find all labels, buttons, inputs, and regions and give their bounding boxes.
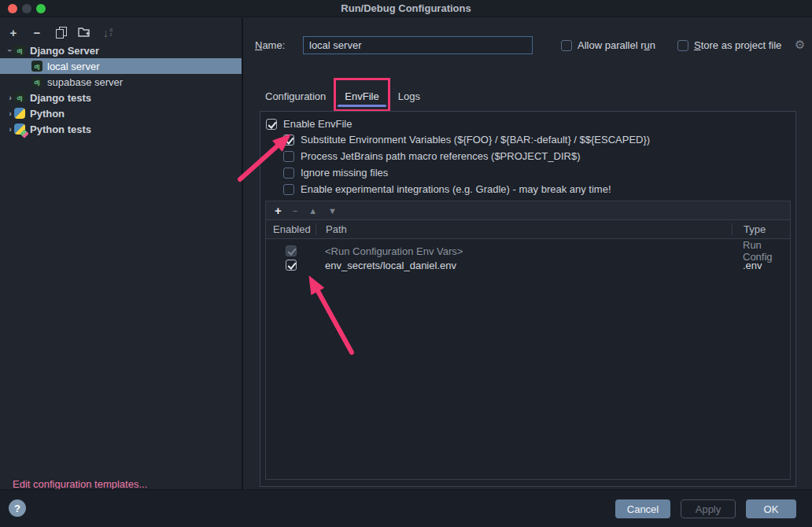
allow-parallel-run-label: Allow parallel run xyxy=(578,39,655,51)
tree-item-python-tests[interactable]: › Python tests xyxy=(0,121,242,137)
substitute-env-vars-checkbox[interactable] xyxy=(283,135,294,146)
django-icon: dj xyxy=(14,45,25,56)
tree-item-python[interactable]: › Python xyxy=(0,105,242,121)
django-tests-icon: dj xyxy=(14,92,25,103)
apply-button: Apply xyxy=(681,499,736,518)
checkbox-label: Enable EnvFile xyxy=(283,118,352,130)
env-files-table-toolbar: + − ▲ ▼ xyxy=(266,201,790,220)
copy-configuration-icon[interactable] xyxy=(54,25,68,39)
edit-configuration-templates-link[interactable]: Edit configuration templates... xyxy=(13,478,147,490)
ignore-missing-files-checkbox[interactable] xyxy=(283,168,294,179)
tree-item-label: Python tests xyxy=(30,123,91,135)
table-header: Enabled Path Type xyxy=(266,220,790,239)
tab-label: EnvFile xyxy=(345,90,378,102)
active-tab-underline xyxy=(338,105,386,107)
tree-item-django-tests[interactable]: › dj Django tests xyxy=(0,90,242,105)
enable-envfile-option[interactable]: Enable EnvFile xyxy=(266,118,352,130)
store-as-project-file-label: Store as project file xyxy=(694,39,781,51)
column-header-enabled[interactable]: Enabled xyxy=(266,223,316,235)
checkbox-label: Enable experimental integrations (e.g. G… xyxy=(301,183,611,195)
add-configuration-icon[interactable]: + xyxy=(6,25,20,39)
checkbox-label: Process JetBrains path macro references … xyxy=(301,150,580,162)
name-label: Name: xyxy=(255,39,285,51)
tree-item-local-server[interactable]: dj local server xyxy=(0,58,242,74)
configurations-sidebar: + − ↓ az › dj Django Server dj local ser… xyxy=(0,18,242,489)
env-files-table: + − ▲ ▼ Enabled Path Type <Run Configura… xyxy=(265,201,791,480)
row-path: env_secrets/local_daniel.env xyxy=(316,260,732,271)
django-icon: dj xyxy=(31,76,42,87)
gear-icon[interactable]: ⚙ xyxy=(795,38,805,52)
enable-envfile-checkbox[interactable] xyxy=(266,119,277,130)
dialog-footer: ? Cancel Apply OK xyxy=(0,489,812,527)
store-as-project-file-checkbox[interactable] xyxy=(677,40,688,51)
column-header-type[interactable]: Type xyxy=(732,223,790,235)
new-folder-icon[interactable] xyxy=(77,25,91,39)
tab-bar: Configuration EnvFile Logs xyxy=(256,81,430,111)
tree-item-supabase-server[interactable]: dj supabase server xyxy=(0,74,242,90)
tab-envfile[interactable]: EnvFile xyxy=(335,81,388,111)
window-title: Run/Debug Configurations xyxy=(0,2,812,14)
process-path-macro-option[interactable]: Process JetBrains path macro references … xyxy=(283,150,580,162)
chevron-right-icon[interactable]: › xyxy=(6,109,14,118)
add-env-file-icon[interactable]: + xyxy=(275,204,282,217)
tree-item-label: Django Server xyxy=(30,45,99,57)
row-enabled-checkbox xyxy=(286,245,297,256)
allow-parallel-run-checkbox[interactable] xyxy=(561,40,572,51)
tab-logs[interactable]: Logs xyxy=(389,81,430,111)
tab-label: Configuration xyxy=(265,90,326,102)
column-header-path[interactable]: Path xyxy=(316,223,732,235)
tree-item-label: Python xyxy=(30,108,65,120)
chevron-right-icon[interactable]: › xyxy=(6,124,14,134)
remove-env-file-icon[interactable]: − xyxy=(293,206,297,216)
row-enabled-checkbox[interactable] xyxy=(286,260,297,271)
checkbox-label: Ignore missing files xyxy=(301,167,388,179)
title-bar: Run/Debug Configurations xyxy=(0,0,812,17)
sort-configurations-icon[interactable]: ↓ az xyxy=(101,25,115,39)
tab-configuration[interactable]: Configuration xyxy=(256,81,335,111)
allow-parallel-run-option[interactable]: Allow parallel run xyxy=(561,39,655,51)
store-as-project-file-option[interactable]: Store as project file xyxy=(677,39,781,51)
django-icon: dj xyxy=(31,61,42,72)
substitute-env-vars-option[interactable]: Substitute Environment Variables (${FOO}… xyxy=(283,134,650,146)
process-path-macro-checkbox[interactable] xyxy=(283,151,294,162)
row-type: .env xyxy=(732,260,790,271)
tree-item-django-server[interactable]: › dj Django Server xyxy=(0,42,242,58)
python-tests-icon xyxy=(14,123,25,135)
checkbox-label: Substitute Environment Variables (${FOO}… xyxy=(301,134,650,146)
ignore-missing-files-option[interactable]: Ignore missing files xyxy=(283,167,388,179)
python-icon xyxy=(14,108,25,119)
cancel-button[interactable]: Cancel xyxy=(615,499,670,518)
experimental-integrations-checkbox[interactable] xyxy=(283,184,294,195)
tree-item-label: local server xyxy=(47,61,99,72)
remove-configuration-icon[interactable]: − xyxy=(30,25,44,39)
name-input[interactable] xyxy=(303,36,533,54)
sidebar-toolbar: + − ↓ az xyxy=(0,22,115,42)
move-down-icon[interactable]: ▼ xyxy=(328,206,337,216)
tab-label: Logs xyxy=(398,90,420,102)
configuration-editor: Name: Allow parallel run Store as projec… xyxy=(243,18,812,489)
tree-item-label: Django tests xyxy=(30,92,91,104)
table-row-env-secrets-file[interactable]: env_secrets/local_daniel.env .env xyxy=(266,256,790,274)
run-debug-configurations-dialog: Run/Debug Configurations + − ↓ az › dj D… xyxy=(0,0,812,527)
experimental-integrations-option[interactable]: Enable experimental integrations (e.g. G… xyxy=(283,183,611,195)
row-path: <Run Configuration Env Vars> xyxy=(316,245,732,257)
configuration-tree: › dj Django Server dj local server dj su… xyxy=(0,42,242,137)
move-up-icon[interactable]: ▲ xyxy=(308,206,317,216)
tree-item-label: supabase server xyxy=(47,76,123,88)
table-row-run-config-env-vars[interactable]: <Run Configuration Env Vars> Run Config xyxy=(266,239,790,256)
envfile-tab-panel: Enable EnvFile Substitute Environment Va… xyxy=(260,111,796,487)
help-icon[interactable]: ? xyxy=(9,499,26,517)
chevron-right-icon[interactable]: › xyxy=(6,93,14,102)
ok-button[interactable]: OK xyxy=(746,499,796,518)
